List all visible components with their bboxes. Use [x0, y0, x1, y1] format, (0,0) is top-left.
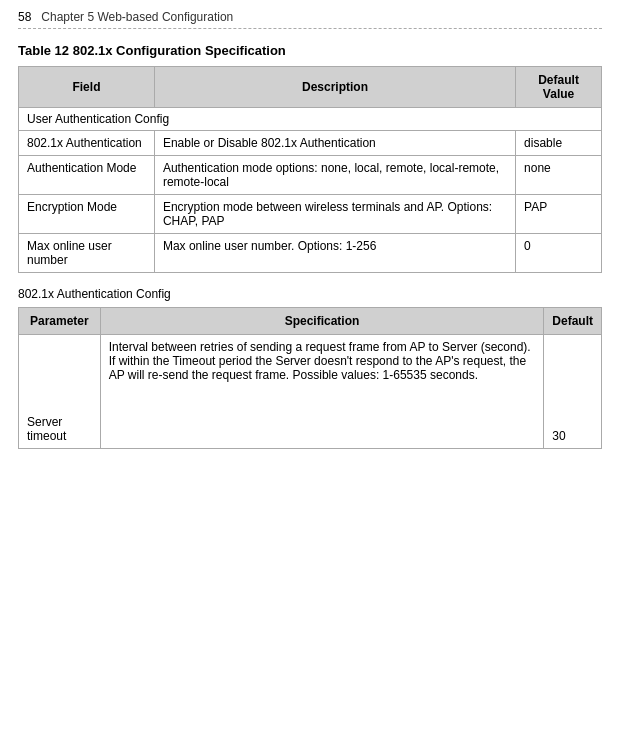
chapter-title: Chapter 5 Web-based Configuration [41, 10, 233, 24]
table-row: Authentication Mode Authentication mode … [19, 156, 602, 195]
default-cell: PAP [516, 195, 602, 234]
parameter-cell: Server timeout [19, 335, 101, 449]
table2-header-row: Parameter Specification Default [19, 308, 602, 335]
field-cell: Max online user number [19, 234, 155, 273]
page-number: 58 [18, 10, 31, 24]
table-header-row: Field Description Default Value [19, 67, 602, 108]
page-header: 58 Chapter 5 Web-based Configuration [18, 10, 602, 29]
table-desc-text: 802.1x Configuration Specification [73, 43, 286, 58]
col-default: Default [544, 308, 602, 335]
col-default: Default Value [516, 67, 602, 108]
table-row: Server timeout Interval between retries … [19, 335, 602, 449]
section-label: User Authentication Config [19, 108, 602, 131]
description-cell: Max online user number. Options: 1-256 [154, 234, 515, 273]
table-row: Max online user number Max online user n… [19, 234, 602, 273]
col-specification: Specification [100, 308, 544, 335]
section-header-row: User Authentication Config [19, 108, 602, 131]
description-cell: Enable or Disable 802.1x Authentication [154, 131, 515, 156]
default-cell: 30 [544, 335, 602, 449]
col-description: Description [154, 67, 515, 108]
col-field: Field [19, 67, 155, 108]
section2-label: 802.1x Authentication Config [18, 283, 602, 307]
table-label: Table 12 [18, 43, 69, 58]
description-cell: Encryption mode between wireless termina… [154, 195, 515, 234]
table-row: Encryption Mode Encryption mode between … [19, 195, 602, 234]
table-title: Table 12 802.1x Configuration Specificat… [18, 43, 602, 58]
table-row: 802.1x Authentication Enable or Disable … [19, 131, 602, 156]
default-cell: disable [516, 131, 602, 156]
default-cell: 0 [516, 234, 602, 273]
default-cell: none [516, 156, 602, 195]
field-cell: Encryption Mode [19, 195, 155, 234]
config-table-2: Parameter Specification Default Server t… [18, 307, 602, 449]
config-table-1: Field Description Default Value User Aut… [18, 66, 602, 273]
field-cell: 802.1x Authentication [19, 131, 155, 156]
specification-cell: Interval between retries of sending a re… [100, 335, 544, 449]
description-cell: Authentication mode options: none, local… [154, 156, 515, 195]
field-cell: Authentication Mode [19, 156, 155, 195]
col-parameter: Parameter [19, 308, 101, 335]
